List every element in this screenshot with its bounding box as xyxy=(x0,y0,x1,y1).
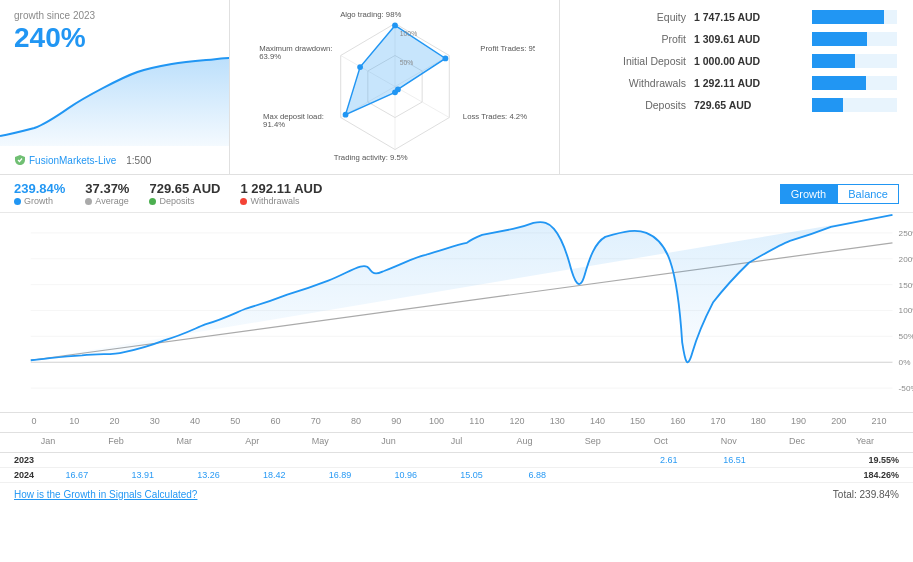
stat-value: 1 292.11 AUD xyxy=(694,77,804,89)
year-data-cell: 6.88 xyxy=(504,470,570,480)
metric-item: 37.37% Average xyxy=(85,181,129,206)
mini-growth-chart xyxy=(0,56,229,146)
x-axis-label: 200 xyxy=(819,416,859,426)
year-data-cell: 15.05 xyxy=(439,470,505,480)
how-calc-link[interactable]: How is the Growth in Signals Calculated? xyxy=(14,489,197,500)
stat-row: Initial Deposit 1 000.00 AUD xyxy=(576,54,897,68)
x-axis-label: 90 xyxy=(376,416,416,426)
stat-label: Initial Deposit xyxy=(576,55,686,67)
stat-bar xyxy=(812,98,843,112)
bottom-bar: How is the Growth in Signals Calculated?… xyxy=(0,483,913,505)
svg-text:63.9%: 63.9% xyxy=(259,52,281,61)
metric-item: 239.84% Growth xyxy=(14,181,65,206)
view-toggle[interactable]: Growth Balance xyxy=(780,184,899,204)
metrics-bar: 239.84% Growth 37.37% Average 729.65 AUD… xyxy=(0,175,913,213)
svg-marker-5 xyxy=(345,25,445,114)
growth-chart: 250% 200% 150% 100% 50% 0% -50% ▼ ▼ xyxy=(0,213,913,412)
radar-label-deposit: Max deposit load: xyxy=(263,112,324,121)
stat-bar-container xyxy=(812,32,897,46)
year-data-cell: 13.26 xyxy=(176,470,242,480)
stat-row: Withdrawals 1 292.11 AUD xyxy=(576,76,897,90)
svg-text:100%: 100% xyxy=(399,30,416,37)
radar-chart: 100% 50% Algo trading: 98% Profit Trades… xyxy=(255,7,535,167)
svg-text:50%: 50% xyxy=(899,332,913,341)
account-leverage: 1:500 xyxy=(126,155,151,166)
month-label: Nov xyxy=(695,436,763,446)
month-label: Year xyxy=(831,436,899,446)
x-axis-label: 170 xyxy=(698,416,738,426)
svg-text:0%: 0% xyxy=(899,358,911,367)
svg-point-7 xyxy=(442,55,448,61)
year-data-cell: 184.26% xyxy=(833,470,899,480)
x-axis-label: 30 xyxy=(135,416,175,426)
radar-label-trading: Trading activity: 9.5% xyxy=(333,153,407,162)
stat-label: Equity xyxy=(576,11,686,23)
metric-dot xyxy=(85,198,92,205)
stat-value: 1 000.00 AUD xyxy=(694,55,804,67)
metric-value: 729.65 AUD xyxy=(149,181,220,196)
x-axis-label: 130 xyxy=(537,416,577,426)
stat-bar-container xyxy=(812,10,897,24)
stat-value: 1 309.61 AUD xyxy=(694,33,804,45)
metric-value: 37.37% xyxy=(85,181,129,196)
stat-row: Profit 1 309.61 AUD xyxy=(576,32,897,46)
month-label: Sep xyxy=(559,436,627,446)
year-data-cell: 16.67 xyxy=(44,470,110,480)
x-axis-label: 20 xyxy=(94,416,134,426)
year-data-cell: 16.51 xyxy=(702,455,768,465)
svg-point-11 xyxy=(357,64,363,70)
stat-bar xyxy=(812,32,867,46)
stats-panel: Equity 1 747.15 AUD Profit 1 309.61 AUD … xyxy=(560,0,913,174)
growth-panel: growth since 2023 240% Fusio xyxy=(0,0,230,174)
metric-dot xyxy=(14,198,21,205)
growth-value: 240% xyxy=(14,21,215,55)
shield-icon xyxy=(14,154,26,166)
year-data-cell: 19.55% xyxy=(833,455,899,465)
radar-panel: 100% 50% Algo trading: 98% Profit Trades… xyxy=(230,0,560,174)
year-data-cell: 16.89 xyxy=(307,470,373,480)
radar-label-algo: Algo trading: 98% xyxy=(340,10,401,19)
x-axis-label: 80 xyxy=(336,416,376,426)
stat-bar xyxy=(812,10,884,24)
year-data-cell: 10.96 xyxy=(373,470,439,480)
svg-point-9 xyxy=(392,89,398,95)
stat-label: Profit xyxy=(576,33,686,45)
metric-item: 729.65 AUD Deposits xyxy=(149,181,220,206)
metric-label: Growth xyxy=(14,196,65,206)
metric-label: Average xyxy=(85,196,129,206)
stat-value: 729.65 AUD xyxy=(694,99,804,111)
month-label: Apr xyxy=(218,436,286,446)
svg-text:-50%: -50% xyxy=(899,384,913,393)
month-label: May xyxy=(286,436,354,446)
year-cell-label: 2023 xyxy=(14,455,44,465)
stat-value: 1 747.15 AUD xyxy=(694,11,804,23)
stat-bar-container xyxy=(812,54,897,68)
year-data-cell: 2.61 xyxy=(636,455,702,465)
balance-toggle-btn[interactable]: Balance xyxy=(837,184,899,204)
month-label: Oct xyxy=(627,436,695,446)
stat-bar-container xyxy=(812,98,897,112)
x-axis-label: 140 xyxy=(577,416,617,426)
x-axis-label: 100 xyxy=(416,416,456,426)
x-axis-label: 180 xyxy=(738,416,778,426)
stat-row: Deposits 729.65 AUD xyxy=(576,98,897,112)
main-chart-area: 250% 200% 150% 100% 50% 0% -50% ▼ ▼ xyxy=(0,213,913,413)
month-label: Jun xyxy=(354,436,422,446)
x-axis: 0102030405060708090100110120130140150160… xyxy=(0,413,913,433)
month-axis: JanFebMarAprMayJunJulAugSepOctNovDecYear xyxy=(0,433,913,453)
metric-value: 1 292.11 AUD xyxy=(240,181,322,196)
month-label: Jan xyxy=(14,436,82,446)
x-axis-label: 10 xyxy=(54,416,94,426)
svg-text:250%: 250% xyxy=(899,229,913,238)
growth-toggle-btn[interactable]: Growth xyxy=(780,184,837,204)
month-label: Feb xyxy=(82,436,150,446)
month-label: Aug xyxy=(491,436,559,446)
stat-bar xyxy=(812,54,855,68)
svg-text:91.4%: 91.4% xyxy=(263,120,285,129)
metric-dot xyxy=(240,198,247,205)
stat-bar-container xyxy=(812,76,897,90)
stat-label: Deposits xyxy=(576,99,686,111)
x-axis-label: 60 xyxy=(255,416,295,426)
svg-point-6 xyxy=(392,23,398,29)
svg-text:150%: 150% xyxy=(899,281,913,290)
